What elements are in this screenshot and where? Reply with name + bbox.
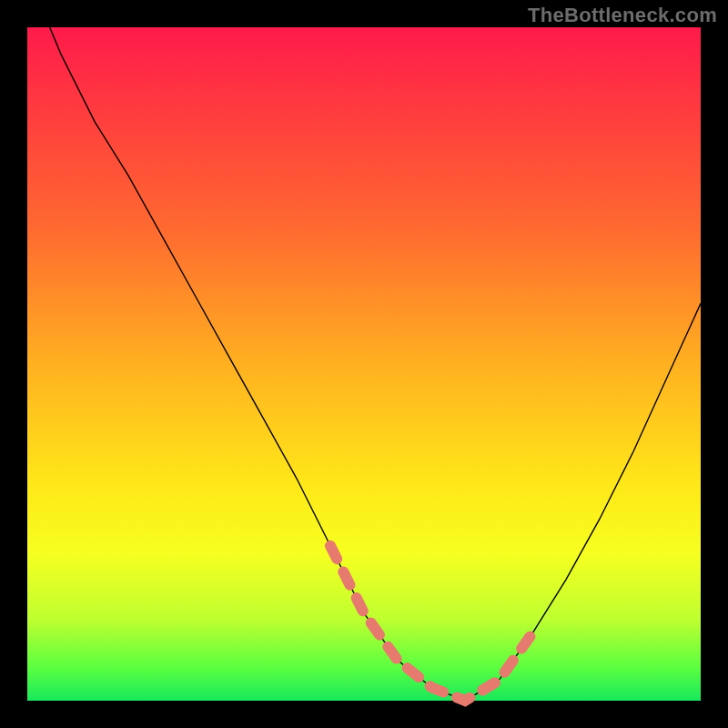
highlight-segment [330, 546, 532, 701]
highlight-layer [330, 546, 532, 701]
watermark-text: TheBottleneck.com [528, 4, 717, 27]
frame: TheBottleneck.com [0, 0, 728, 728]
chart-overlay [27, 27, 701, 701]
curve-layer [27, 0, 701, 701]
bottleneck-curve [27, 0, 701, 701]
